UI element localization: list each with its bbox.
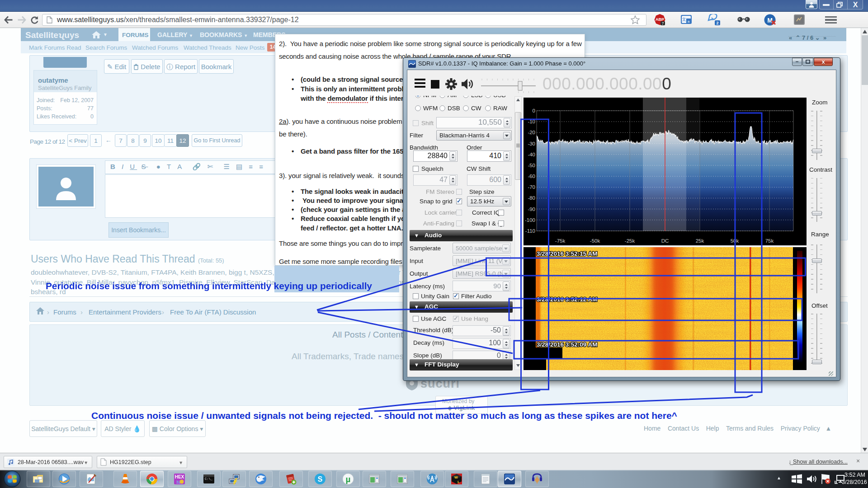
svg-text:S: S: [318, 475, 323, 483]
svg-text:L: L: [458, 480, 460, 484]
svg-text:HEX: HEX: [175, 474, 184, 479]
svg-text:C:\_: C:\_: [205, 477, 213, 481]
svg-text:W: W: [454, 475, 458, 479]
svg-text:µ: µ: [346, 474, 351, 484]
